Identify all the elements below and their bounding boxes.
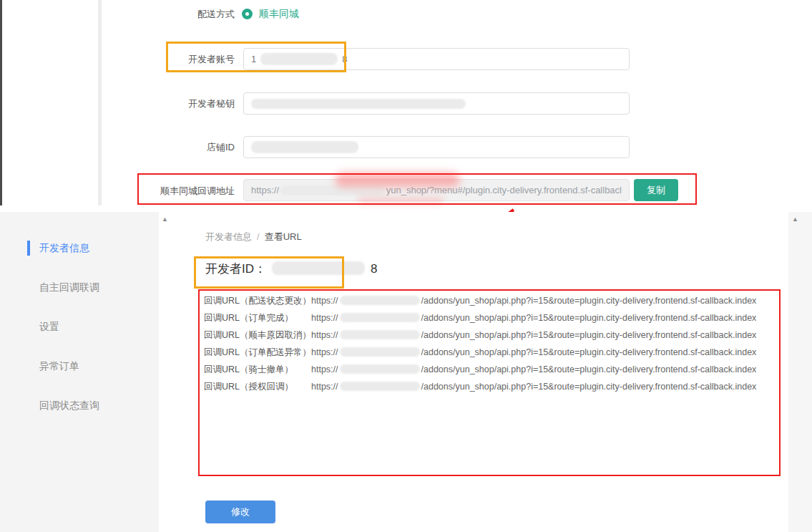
developer-id-suffix: 8 xyxy=(371,262,377,276)
developer-secret-input[interactable] xyxy=(243,92,630,115)
left-edge-divider xyxy=(0,0,2,205)
sidebar-item-self-callback-debug[interactable]: 自主回调联调 xyxy=(39,281,99,294)
active-item-indicator xyxy=(27,241,30,256)
shop-id-label: 店铺ID xyxy=(107,142,235,153)
radio-selected-icon[interactable] xyxy=(242,9,253,19)
scrollbar-up-icon[interactable]: ▲ xyxy=(792,216,798,223)
settings-form-panel: 配送方式 顺丰同城 开发者账号 1 8 开发者秘钥 店铺ID 顺丰同城回调地址 … xyxy=(0,0,812,210)
red-highlight-callback-url-list xyxy=(198,289,781,476)
breadcrumb-page: 查看URL xyxy=(265,231,302,242)
redacted-shop-id-value xyxy=(251,141,358,153)
page: 配送方式 顺丰同城 开发者账号 1 8 开发者秘钥 店铺ID 顺丰同城回调地址 … xyxy=(0,0,812,532)
delivery-method-option[interactable]: 顺丰同城 xyxy=(259,8,299,21)
modify-button[interactable]: 修改 xyxy=(205,500,275,523)
shop-id-input[interactable] xyxy=(243,136,630,158)
orange-highlight-developer-id xyxy=(194,256,344,289)
scrollbar-up-icon[interactable]: ▲ xyxy=(162,216,168,223)
breadcrumb-separator: / xyxy=(257,231,260,242)
sidebar-item-callback-status[interactable]: 回调状态查询 xyxy=(39,400,99,412)
delivery-method-label: 配送方式 xyxy=(107,9,235,20)
red-highlight-callback-address xyxy=(137,173,697,205)
developer-info-panel: 开发者信息 自主回调联调 设置 异常订单 回调状态查询 ▲ ▲ 开发者信息/查看… xyxy=(0,212,812,532)
breadcrumb: 开发者信息/查看URL xyxy=(205,231,302,243)
sidebar-item-abnormal-orders[interactable]: 异常订单 xyxy=(39,360,79,373)
redacted-secret-value xyxy=(251,99,466,109)
sidebar: 开发者信息 自主回调联调 设置 异常订单 回调状态查询 xyxy=(0,212,159,532)
sidebar-item-settings[interactable]: 设置 xyxy=(39,321,59,334)
orange-highlight-developer-account xyxy=(166,42,346,72)
sidebar-item-developer-info[interactable]: 开发者信息 xyxy=(39,242,89,255)
developer-secret-label: 开发者秘钥 xyxy=(107,98,235,110)
breadcrumb-section[interactable]: 开发者信息 xyxy=(205,231,252,242)
panel-divider xyxy=(98,0,102,205)
right-scrollbar-track[interactable]: ▲ xyxy=(788,212,812,532)
